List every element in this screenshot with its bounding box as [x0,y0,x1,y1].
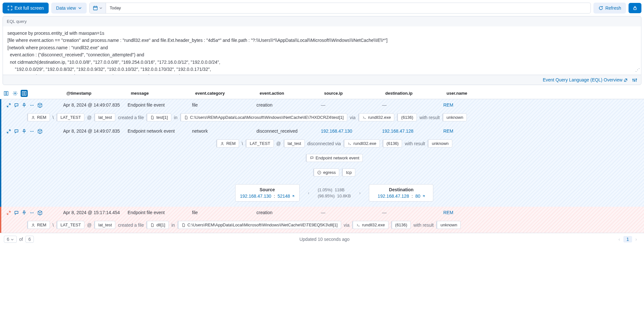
expand-icon[interactable] [6,102,11,108]
cell-user[interactable]: REM [441,101,641,109]
cell-user[interactable]: REM [441,127,641,135]
user-chip[interactable]: REM [216,139,239,147]
source-ip-link[interactable]: 192.168.47.130 [240,194,271,199]
result-chip[interactable]: unknown [428,139,452,147]
pin-icon[interactable] [22,210,26,215]
column-sourceip[interactable]: source.ip [322,89,383,98]
file-chip[interactable]: test[1] [146,113,171,121]
protocol-chip[interactable]: tcp [342,168,355,176]
eql-overview-link[interactable]: Event Query Language (EQL) Overview [543,77,628,82]
file-icon [150,116,154,119]
svg-rect-5 [4,91,6,95]
data-view-label: Data view [56,5,76,11]
cell-user[interactable]: REM [441,209,641,216]
source-port-link[interactable]: 52148 [277,194,290,199]
column-category[interactable]: event.category [193,89,257,98]
layout-columns-icon[interactable] [3,90,10,97]
eql-overview-label: Event Query Language (EQL) Overview [543,77,622,82]
resize-handle-icon[interactable]: ⋰ [635,66,640,73]
pin-icon[interactable] [22,102,26,108]
cell-timestamp: Apr 8, 2024 @ 14:49:07.835 [61,101,125,109]
data-view-button[interactable]: Data view [51,3,86,14]
source-endpoint: Source 192.168.47.130 : 52148 [235,184,300,202]
cube-icon[interactable] [37,102,43,108]
dest-ip-link[interactable]: 192.168.47.128 [378,194,409,199]
cell-sourceip[interactable]: 192.168.47.130 [318,127,380,135]
event-label-chip[interactable]: Endpoint network event [306,154,363,162]
cell-action: creation [254,209,318,216]
pid-chip[interactable]: (6136) [391,221,411,229]
comment-icon [310,156,314,160]
cell-destip: — [380,209,441,216]
cell-destip: — [380,101,441,109]
more-icon[interactable] [30,128,34,134]
expand-rows-icon[interactable] [21,90,28,97]
dest-endpoint: Destination 192.168.47.128 : 80 [369,184,433,202]
svg-rect-15 [33,131,34,132]
expand-icon[interactable] [6,210,11,215]
table-row: Apr 8, 2024 @ 15:17:14.454 Endpoint file… [0,207,644,233]
next-page-button[interactable]: › [632,237,640,242]
user-chip[interactable]: REM [27,113,50,121]
result-chip[interactable]: unknown [436,221,461,229]
column-action[interactable]: event.action [257,89,322,98]
column-message[interactable]: message [128,89,193,98]
host-lower-chip[interactable]: lat_test [284,139,305,147]
file-icon [184,116,188,119]
file-chip[interactable]: dll[1] [146,221,168,229]
page-size-select[interactable]: 6 [4,236,17,243]
cell-category: file [189,101,254,109]
refresh-button[interactable]: Refresh [593,3,626,14]
prev-page-button[interactable]: ‹ [615,237,623,242]
lock-icon [632,5,638,11]
direction-chip[interactable]: egress [313,168,339,176]
cube-icon[interactable] [37,128,43,134]
result-chip[interactable]: unknown [442,113,467,121]
process-chip[interactable]: rundll32.exe [352,221,389,229]
host-lower-chip[interactable]: lat_test [94,221,115,229]
cell-destip[interactable]: 192.168.47.128 [380,127,441,135]
user-icon [220,142,224,146]
svg-rect-0 [93,6,97,10]
more-icon[interactable] [30,102,34,108]
expand-icon[interactable] [6,128,11,134]
arrow-right-icon: › [357,190,363,195]
more-icon[interactable] [30,210,34,215]
dest-port-link[interactable]: 80 [415,194,420,199]
query-editor[interactable]: sequence by process.entity_id with maxsp… [3,26,641,75]
process-chip[interactable]: rundll32.exe [358,113,395,121]
column-destip[interactable]: destination.ip [383,89,444,98]
host-chip[interactable]: LAT_TEST [56,113,84,121]
date-range-text[interactable]: Today [106,3,591,13]
date-picker-icon-button[interactable] [90,3,106,13]
path-chip[interactable]: C:\Users\REM\AppData\Local\Microsoft\Win… [178,221,341,229]
lock-button[interactable] [629,3,641,13]
column-user[interactable]: user.name [444,89,641,98]
host-chip[interactable]: LAT_TEST [245,139,274,147]
svg-rect-20 [33,213,34,213]
comment-icon[interactable] [14,102,19,108]
host-lower-chip[interactable]: lat_test [94,113,115,121]
cell-timestamp: Apr 8, 2024 @ 15:17:14.454 [61,209,125,216]
comment-icon[interactable] [14,210,19,215]
pin-icon[interactable] [22,128,26,134]
dest-title: Destination [374,187,428,192]
cube-icon[interactable] [37,210,43,215]
svg-rect-10 [32,105,32,106]
gear-icon[interactable] [12,90,19,97]
column-timestamp[interactable]: @timestamp [64,89,128,98]
page-number[interactable]: 1 [623,236,632,242]
external-link-icon [624,78,628,82]
pid-chip[interactable]: (6136) [397,113,417,121]
user-chip[interactable]: REM [27,221,50,229]
exit-fullscreen-button[interactable]: Exit full screen [3,3,49,14]
host-chip[interactable]: LAT_TEST [56,221,84,229]
process-chip[interactable]: rundll32.exe [343,139,380,147]
date-range-picker[interactable]: Today [89,3,591,14]
settings-sliders-icon[interactable] [632,77,637,83]
pid-chip[interactable]: (6136) [382,139,402,147]
svg-rect-6 [6,91,8,95]
cell-message: Endpoint file event [125,209,189,216]
comment-icon[interactable] [14,128,19,134]
path-chip[interactable]: C:\Users\REM\AppData\Local\Microsoft\Win… [180,113,347,121]
